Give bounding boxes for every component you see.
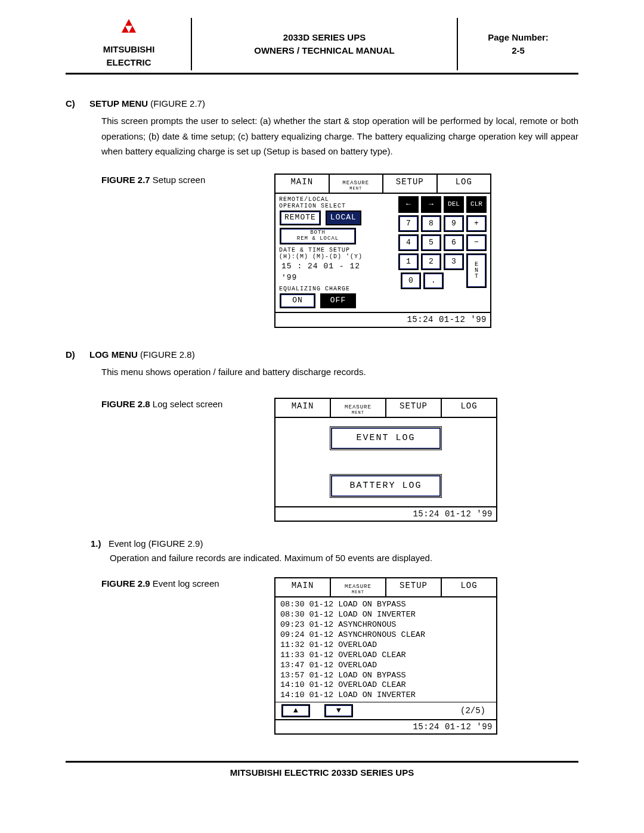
- section-title: SETUP MENU (FIGURE 2.7): [89, 97, 205, 110]
- page-label: Page Number:: [462, 31, 575, 44]
- figure-2-7-label: FIGURE 2.7 Setup screen: [101, 174, 256, 187]
- figure-2-8-label: FIGURE 2.8 Log select screen: [101, 398, 256, 411]
- section-letter: D): [66, 348, 89, 361]
- log-entry: 13:47 01-12 OVERLOAD: [280, 661, 491, 671]
- manual-page: MITSUBISHI ELECTRIC 2033D SERIES UPS OWN…: [0, 0, 644, 803]
- panel-timestamp: 15:24 01-12 '99: [275, 506, 496, 521]
- brand-top: MITSUBISHI: [103, 43, 155, 56]
- tab-log[interactable]: LOG: [441, 578, 496, 596]
- key-right[interactable]: →: [421, 196, 441, 213]
- section-d-body: This menu shows operation / failure and …: [101, 364, 578, 380]
- section-title: LOG MENU (FIGURE 2.8): [89, 348, 195, 361]
- key-clr[interactable]: CLR: [466, 196, 487, 213]
- keypad: ← → DEL CLR 7 8 9 + 4: [375, 196, 487, 309]
- log-entry: 11:33 01-12 OVERLOAD CLEAR: [280, 651, 491, 661]
- section-letter: C): [66, 97, 89, 110]
- log-controls: ▲ ▼ (2/5): [275, 702, 496, 719]
- tab-setup[interactable]: SETUP: [385, 399, 441, 417]
- log-entry: 13:57 01-12 LOAD ON BYPASS: [280, 671, 491, 681]
- title-top: 2033D SERIES UPS: [196, 31, 453, 44]
- key-9[interactable]: 9: [444, 215, 464, 232]
- local-button[interactable]: LOCAL: [326, 210, 361, 225]
- mitsubishi-logo-icon: [117, 19, 140, 39]
- section-c-heading: C) SETUP MENU (FIGURE 2.7): [66, 97, 578, 110]
- scroll-up-button[interactable]: ▲: [281, 704, 310, 717]
- key-3[interactable]: 3: [444, 253, 464, 270]
- key-minus[interactable]: −: [466, 234, 487, 251]
- panel-timestamp: 15:24 01-12 '99: [275, 312, 490, 326]
- title-cell: 2033D SERIES UPS OWNERS / TECHNICAL MANU…: [192, 18, 458, 70]
- title-bot: OWNERS / TECHNICAL MANUAL: [196, 44, 453, 57]
- event-log-button[interactable]: EVENT LOG: [330, 426, 442, 450]
- tab-log[interactable]: LOG: [441, 399, 496, 417]
- brand-bot: ELECTRIC: [103, 56, 155, 69]
- log-entry: 14:10 01-12 OVERLOAD CLEAR: [280, 680, 491, 690]
- log-entry: 14:10 01-12 LOAD ON INVERTER: [280, 690, 491, 701]
- page-indicator: (2/5): [460, 705, 490, 717]
- figure-2-9-label: FIGURE 2.9 Event log screen: [101, 577, 256, 590]
- svg-marker-0: [125, 19, 132, 26]
- event-log-list: 08:30 01-12 LOAD ON BYPASS 08:30 01-12 L…: [275, 597, 496, 702]
- svg-marker-1: [122, 26, 129, 32]
- tab-main[interactable]: MAIN: [275, 175, 329, 193]
- setup-left-column: REMOTE/LOCAL OPERATION SELECT REMOTE LOC…: [279, 196, 371, 309]
- tab-log[interactable]: LOG: [436, 175, 491, 193]
- log-entry: 09:24 01-12 ASYNCHRONOUS CLEAR: [280, 630, 491, 640]
- panel-timestamp: 15:24 01-12 '99: [275, 719, 496, 733]
- figure-2-8-row: FIGURE 2.8 Log select screen MAIN MEASUR…: [66, 398, 578, 522]
- page-header: MITSUBISHI ELECTRIC 2033D SERIES UPS OWN…: [66, 18, 578, 75]
- key-left[interactable]: ←: [398, 196, 419, 213]
- key-plus[interactable]: +: [466, 215, 487, 232]
- figure-2-7-row: FIGURE 2.7 Setup screen MAIN MEASURE MEN…: [66, 174, 578, 328]
- key-5[interactable]: 5: [421, 234, 441, 251]
- subitem-1: 1.) Event log (FIGURE 2.9): [91, 537, 578, 550]
- eq-off-button[interactable]: OFF: [320, 293, 356, 308]
- section-c-body: This screen prompts the user to select: …: [101, 113, 578, 159]
- brand-cell: MITSUBISHI ELECTRIC: [66, 18, 192, 70]
- log-entry: 08:30 01-12 LOAD ON BYPASS: [280, 600, 491, 610]
- key-4[interactable]: 4: [398, 234, 419, 251]
- section-d-heading: D) LOG MENU (FIGURE 2.8): [66, 348, 578, 361]
- key-8[interactable]: 8: [421, 215, 441, 232]
- key-dot[interactable]: .: [423, 272, 444, 289]
- subitem-1-body: Operation and failure records are indica…: [110, 550, 578, 566]
- key-2[interactable]: 2: [421, 253, 441, 270]
- figure-2-9-panel: MAIN MEASURE MENT SETUP LOG 08:30 01-12 …: [274, 577, 497, 735]
- battery-log-button[interactable]: BATTERY LOG: [330, 474, 442, 498]
- page-number-cell: Page Number: 2-5: [458, 18, 578, 70]
- tab-measurement[interactable]: MEASURE MENT: [330, 399, 385, 417]
- key-7[interactable]: 7: [398, 215, 419, 232]
- panel-tabs: MAIN MEASURE MENT SETUP LOG: [275, 175, 490, 194]
- svg-marker-2: [129, 26, 136, 32]
- key-del[interactable]: DEL: [444, 196, 464, 213]
- page-num: 2-5: [462, 44, 575, 57]
- figure-2-8-panel: MAIN MEASURE MENT SETUP LOG EVENT LOG BA…: [274, 398, 497, 522]
- key-1[interactable]: 1: [398, 253, 419, 270]
- page-footer: MITSUBISHI ELECTRIC 2033D SERIES UPS: [66, 761, 578, 779]
- tab-main[interactable]: MAIN: [275, 399, 330, 417]
- tab-measurement[interactable]: MEASURE MENT: [329, 175, 383, 193]
- log-entry: 08:30 01-12 LOAD ON INVERTER: [280, 610, 491, 620]
- key-0[interactable]: 0: [401, 272, 421, 289]
- both-button[interactable]: BOTH REM & LOCAL: [280, 228, 356, 244]
- figure-2-9-row: FIGURE 2.9 Event log screen MAIN MEASURE…: [66, 577, 578, 735]
- key-6[interactable]: 6: [444, 234, 464, 251]
- eq-on-button[interactable]: ON: [280, 293, 315, 308]
- tab-measurement[interactable]: MEASURE MENT: [330, 578, 385, 596]
- remote-button[interactable]: REMOTE: [280, 210, 321, 225]
- figure-2-7-panel: MAIN MEASURE MENT SETUP LOG REMOTE/LOCAL…: [274, 174, 491, 328]
- tab-setup[interactable]: SETUP: [385, 578, 441, 596]
- key-ent[interactable]: E N T: [466, 253, 487, 288]
- tab-main[interactable]: MAIN: [275, 578, 330, 596]
- datetime-value: 15 : 24 01 - 12 '99: [281, 261, 371, 284]
- log-entry: 11:32 01-12 OVERLOAD: [280, 640, 491, 651]
- scroll-down-button[interactable]: ▼: [324, 704, 353, 717]
- log-entry: 09:23 01-12 ASYNCHRONOUS: [280, 620, 491, 630]
- tab-setup[interactable]: SETUP: [382, 175, 436, 193]
